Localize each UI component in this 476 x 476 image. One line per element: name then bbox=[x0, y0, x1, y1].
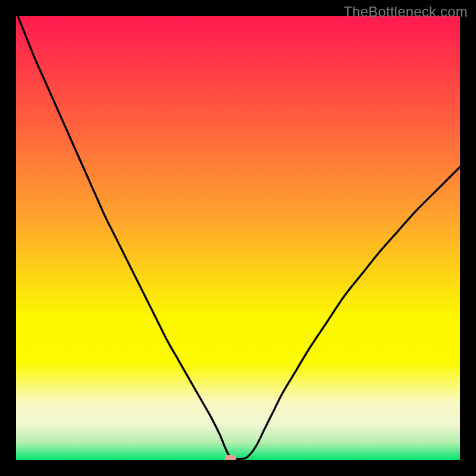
gradient-background bbox=[16, 16, 460, 460]
optimal-marker bbox=[225, 455, 236, 460]
bottleneck-chart bbox=[16, 16, 460, 460]
chart-frame: TheBottleneck.com bbox=[0, 0, 476, 476]
plot-area bbox=[16, 16, 460, 460]
watermark-text: TheBottleneck.com bbox=[343, 4, 468, 20]
